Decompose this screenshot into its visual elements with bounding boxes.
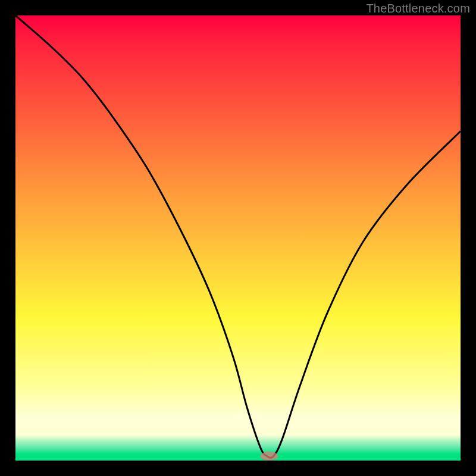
watermark-text: TheBottleneck.com (366, 2, 470, 15)
optimum-marker (260, 452, 278, 461)
plot-area (15, 15, 461, 461)
bottleneck-curve (15, 15, 461, 458)
chart-overlay (15, 15, 461, 461)
chart-stage: TheBottleneck.com (0, 0, 476, 476)
